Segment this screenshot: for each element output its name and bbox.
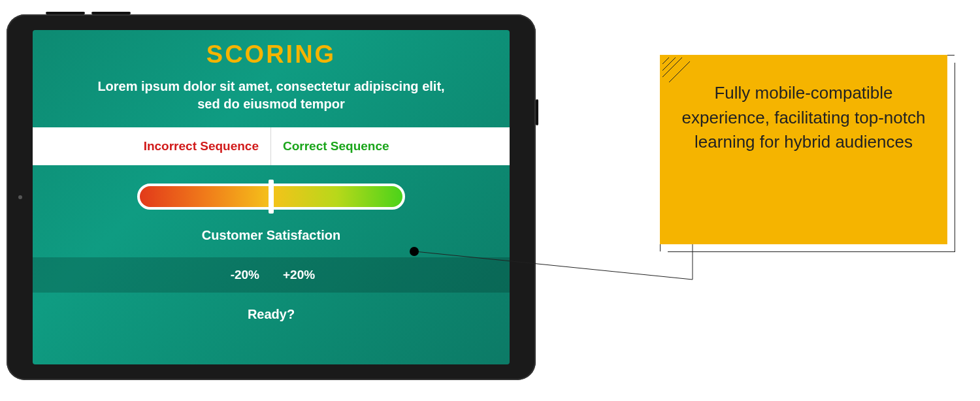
svg-line-4 <box>662 57 690 82</box>
callout-card: Fully mobile-compatible experience, faci… <box>660 55 947 244</box>
satisfaction-label: Customer Satisfaction <box>33 228 510 243</box>
incorrect-sequence-label: Incorrect Sequence <box>33 127 271 165</box>
tablet-top-button-2 <box>91 12 131 14</box>
tablet-screen: SCORING Lorem ipsum dolor sit amet, cons… <box>33 30 510 364</box>
page-title: SCORING <box>33 40 510 69</box>
sequence-row: Incorrect Sequence Correct Sequence <box>33 127 510 165</box>
tablet-side-button <box>536 99 538 125</box>
percent-bar: -20% +20% <box>33 257 510 293</box>
pointer-dot <box>410 247 419 256</box>
tablet-top-button-1 <box>46 12 85 14</box>
hatch-decoration <box>662 57 690 82</box>
page-subtitle: Lorem ipsum dolor sit amet, consectetur … <box>95 78 448 113</box>
gauge-marker[interactable] <box>269 180 274 214</box>
tablet-frame: SCORING Lorem ipsum dolor sit amet, cons… <box>7 14 536 380</box>
percent-minus: -20% <box>33 268 271 282</box>
percent-plus: +20% <box>271 268 510 282</box>
callout: Fully mobile-compatible experience, faci… <box>660 55 947 244</box>
svg-line-3 <box>662 57 689 82</box>
callout-text: Fully mobile-compatible experience, faci… <box>682 83 926 152</box>
ready-label: Ready? <box>33 307 510 322</box>
satisfaction-gauge[interactable] <box>137 184 405 210</box>
correct-sequence-label: Correct Sequence <box>271 127 510 165</box>
